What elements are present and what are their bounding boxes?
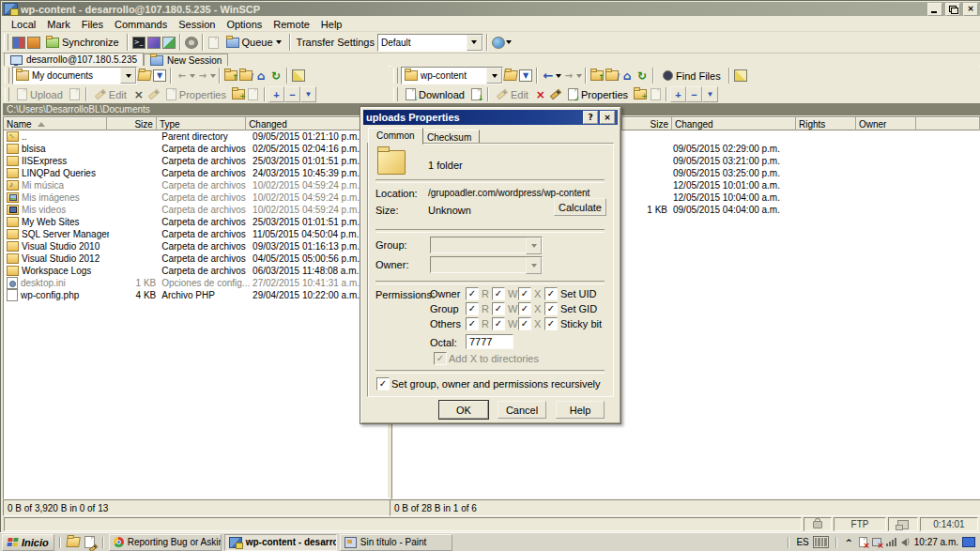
queue-button[interactable]: Queue xyxy=(222,35,286,50)
perm-x-checkbox[interactable]: ✓ xyxy=(518,317,531,330)
menu-item[interactable]: Commands xyxy=(109,18,173,31)
local-path-bar[interactable]: C:\Users\DesarrolloBL\Documents xyxy=(3,103,391,115)
compare-panels-icon[interactable] xyxy=(11,36,26,50)
keyboard-icon[interactable] xyxy=(813,536,829,548)
file-row[interactable]: IISExpress Carpeta de archivos 25/03/201… xyxy=(4,155,389,167)
dialog-help-button[interactable]: ? xyxy=(583,111,598,124)
local-col-size[interactable]: Size xyxy=(107,117,157,130)
sync-browsing-icon[interactable] xyxy=(26,36,41,50)
calculate-button[interactable]: Calculate xyxy=(554,198,606,216)
network-blocked-icon[interactable] xyxy=(872,538,882,547)
speaker-icon[interactable]: ) xyxy=(900,538,911,547)
file-row[interactable]: Workspace Logs Carpeta de archivos 06/03… xyxy=(4,265,389,277)
ok-button[interactable]: OK xyxy=(439,401,488,419)
remote-selection-filter-icon[interactable]: ▼ xyxy=(702,86,718,102)
perm-x-checkbox[interactable]: ✓ xyxy=(518,287,531,300)
remote-filter-icon[interactable]: ▼ xyxy=(518,69,533,83)
task-button[interactable]: wp-content - desarrol... xyxy=(224,534,337,551)
download-button[interactable]: ↓ Download xyxy=(401,86,469,102)
remote-dir-combo[interactable]: wp-content xyxy=(401,67,503,84)
file-row[interactable]: Visual Studio 2010 Carpeta de archivos 0… xyxy=(4,240,389,253)
perm-r-checkbox[interactable]: ✓ xyxy=(466,317,479,330)
find-files-button[interactable]: Find Files xyxy=(657,67,726,84)
menu-item[interactable]: Local xyxy=(6,18,41,31)
remote-col-size[interactable]: Size xyxy=(622,117,672,130)
recursive-checkbox[interactable]: ✓ xyxy=(376,377,390,390)
local-parent-dir-icon[interactable]: ↑ xyxy=(223,69,238,83)
perm-special-checkbox[interactable]: ✓ xyxy=(544,287,558,300)
perm-x-checkbox[interactable]: ✓ xyxy=(518,302,531,315)
local-home-icon[interactable]: ⌂ xyxy=(253,69,268,83)
download-background-icon[interactable]: ↓ xyxy=(469,87,484,101)
remote-parent-dir-icon[interactable]: ↑ xyxy=(590,69,605,83)
signal-icon[interactable] xyxy=(886,538,896,546)
menu-item[interactable]: Help xyxy=(315,18,348,31)
remote-refresh-icon[interactable]: ↻ xyxy=(635,69,650,83)
remote-properties-button[interactable]: ✓ Properties xyxy=(563,86,633,102)
local-selection-filter-icon[interactable]: ▼ xyxy=(300,86,316,102)
file-row[interactable]: Mi música Carpeta de archivos 10/02/2015… xyxy=(4,179,389,191)
remote-back-arrow-icon[interactable]: ← xyxy=(541,69,556,83)
menu-item[interactable]: Session xyxy=(173,18,221,31)
dialog-title-bar[interactable]: uploads Properties ? × xyxy=(363,110,618,125)
clock[interactable]: 10:27 a.m. xyxy=(914,537,958,547)
minimize-button[interactable] xyxy=(927,3,942,16)
perm-w-checkbox[interactable]: ✓ xyxy=(492,287,505,300)
octal-input[interactable]: 7777 xyxy=(466,334,513,349)
help-button[interactable]: Help xyxy=(556,401,605,419)
agent-blocked-icon[interactable] xyxy=(858,538,868,547)
menu-item[interactable]: Remote xyxy=(268,18,315,31)
dialog-close-button[interactable]: × xyxy=(600,111,615,124)
local-refresh-icon[interactable]: ↻ xyxy=(268,69,283,83)
toolbar-grip[interactable] xyxy=(4,34,8,51)
preferences-gear-icon[interactable] xyxy=(184,36,199,50)
file-row[interactable]: My Web Sites Carpeta de archivos 25/03/2… xyxy=(4,216,389,228)
transfer-preset-caret[interactable] xyxy=(506,40,512,44)
local-filter-icon[interactable]: ▼ xyxy=(152,69,167,83)
session-tab-new[interactable]: New Session xyxy=(144,54,228,66)
remote-root-dir-icon[interactable]: / xyxy=(605,69,620,83)
status-protocol-panel[interactable]: FTP xyxy=(834,517,886,531)
local-unselect-minus-icon[interactable]: − xyxy=(284,86,300,102)
perm-special-checkbox[interactable]: ✓ xyxy=(544,317,558,330)
perm-w-checkbox[interactable]: ✓ xyxy=(492,317,505,330)
local-network-icon[interactable] xyxy=(291,69,306,83)
close-button[interactable]: × xyxy=(963,3,978,16)
file-row[interactable]: .. Parent directory 09/05/2015 01:21:10 … xyxy=(4,130,389,143)
local-new-folder-icon[interactable]: + xyxy=(231,87,246,101)
quicklaunch-folder-icon[interactable] xyxy=(66,535,81,549)
remote-col-changed[interactable]: Changed xyxy=(672,117,796,130)
perm-r-checkbox[interactable]: ✓ xyxy=(466,302,479,315)
local-col-name[interactable]: Name xyxy=(4,117,107,130)
console-icon[interactable]: >_ xyxy=(131,36,146,50)
remote-new-folder-icon[interactable]: + xyxy=(633,87,648,101)
perm-w-checkbox[interactable]: ✓ xyxy=(492,302,505,315)
task-button[interactable]: Sin título - Paint xyxy=(340,534,452,551)
file-row[interactable]: Mis imágenes Carpeta de archivos 10/02/2… xyxy=(4,191,389,204)
quicklaunch-notes-icon[interactable] xyxy=(83,535,98,549)
transfer-preset-icon[interactable] xyxy=(491,36,506,50)
file-row[interactable]: blsisa Carpeta de archivos 02/05/2015 02… xyxy=(4,143,389,155)
task-button[interactable]: Reporting Bug or Asking ... xyxy=(109,534,222,551)
perm-r-checkbox[interactable]: ✓ xyxy=(466,287,479,300)
local-col-type[interactable]: Type xyxy=(157,117,246,130)
remote-delete-x-icon[interactable]: × xyxy=(533,87,548,101)
perm-special-checkbox[interactable]: ✓ xyxy=(544,302,558,315)
display-icon[interactable] xyxy=(962,537,975,547)
local-root-dir-icon[interactable]: / xyxy=(238,69,253,83)
file-row[interactable]: Visual Studio 2012 Carpeta de archivos 0… xyxy=(4,253,389,265)
restore-button[interactable] xyxy=(945,3,960,16)
start-button[interactable]: Inicio xyxy=(2,534,54,551)
tab-common[interactable]: Common xyxy=(368,128,423,145)
chevron-icon[interactable]: ^ xyxy=(844,538,854,547)
remote-open-folder-icon[interactable] xyxy=(503,69,518,83)
remote-tree-icon[interactable] xyxy=(733,69,748,83)
file-row[interactable]: Mis videos Carpeta de archivos 10/02/201… xyxy=(4,204,389,216)
remote-unselect-minus-icon[interactable]: − xyxy=(686,86,702,102)
transfer-settings-combo[interactable]: Default xyxy=(377,34,483,52)
session-tab-current[interactable]: desarrollo@107.180.5.235 xyxy=(4,53,144,66)
language-indicator[interactable]: ES xyxy=(796,537,808,547)
cancel-button[interactable]: Cancel xyxy=(498,401,546,419)
file-row[interactable]: desktop.ini 1 KB Opciones de config... 2… xyxy=(4,277,389,289)
file-row[interactable]: SQL Server Manageme... Carpeta de archiv… xyxy=(4,228,389,240)
